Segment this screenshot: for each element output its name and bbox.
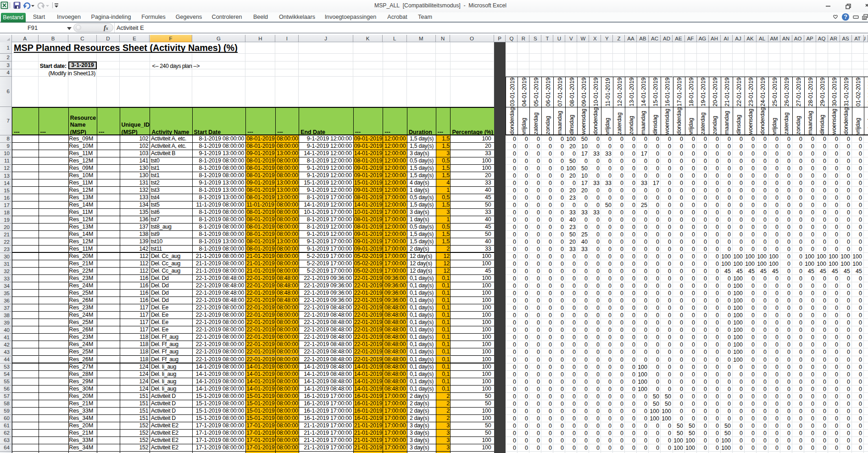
svg-text:?: ? [844,14,847,20]
